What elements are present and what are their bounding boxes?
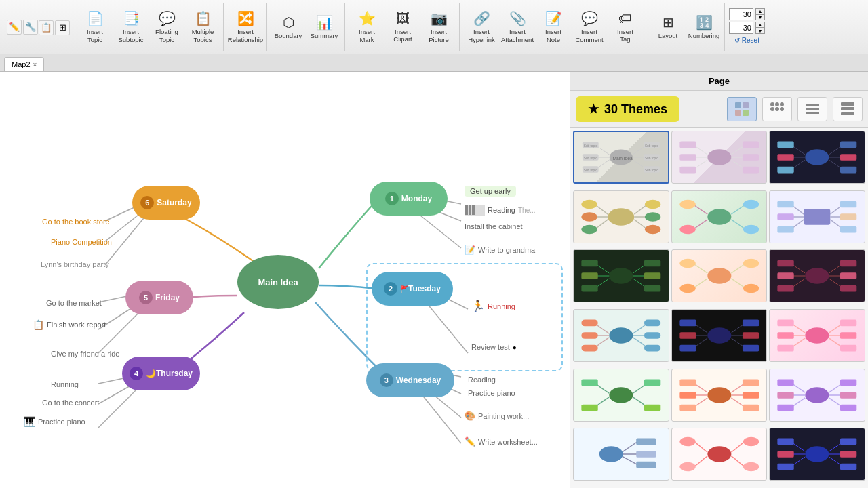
topic-finish-work[interactable]: 📋 Finish work report <box>33 319 106 330</box>
svg-rect-196 <box>743 392 759 399</box>
num-up-1[interactable]: ▲ <box>755 8 765 14</box>
layout-button[interactable]: ⊞ Layout <box>650 6 686 48</box>
svg-point-136 <box>679 284 695 293</box>
saturday-node[interactable]: 6 Saturday <box>132 186 200 220</box>
svg-rect-182 <box>778 345 794 352</box>
themes-button[interactable]: ★ 30 Themes <box>576 96 679 122</box>
theme-thumb-16[interactable] <box>573 428 669 481</box>
num-input-2[interactable] <box>729 22 753 34</box>
topic-write-grandma: 📝 Write to grandma <box>465 245 535 255</box>
tag-button[interactable]: 🏷 InsertTag <box>608 6 643 48</box>
numbering-button[interactable]: 🔢 Numbering <box>686 6 722 48</box>
theme-thumb-15[interactable] <box>769 369 865 422</box>
note-button[interactable]: 📝 InsertNote <box>536 6 571 48</box>
theme-14-preview <box>672 369 767 421</box>
svg-rect-127 <box>581 285 597 292</box>
svg-rect-61 <box>743 142 759 148</box>
toolbar: ✏️ 🔧 📋 ⊞ 📄 InsertTopic 📑 InsertSubtopic … <box>0 0 868 54</box>
theme-thumb-7[interactable] <box>573 249 669 302</box>
num-down-1[interactable]: ▼ <box>755 14 765 20</box>
multiple-topics-icon: 📋 <box>195 10 212 26</box>
thursday-node[interactable]: 4 🌙 Thursday <box>122 357 200 390</box>
panel-layout-btn-3[interactable] <box>797 97 827 121</box>
svg-rect-123 <box>644 272 660 279</box>
theme-thumb-10[interactable] <box>573 309 669 362</box>
insert-topic-button[interactable]: 📄 InsertTopic <box>77 6 113 48</box>
insert-topic-label: InsertTopic <box>87 28 103 43</box>
reset-button[interactable]: ↺ Reset <box>729 35 765 45</box>
insert-mark-button[interactable]: ⭐ InsertMark <box>349 6 384 48</box>
svg-rect-211 <box>778 379 794 386</box>
svg-rect-187 <box>581 404 597 411</box>
theme-thumb-1[interactable]: Main Idea Sub topic Sub topic Sub topic … <box>573 131 669 184</box>
quick-icon-4[interactable]: ⊞ <box>55 20 70 35</box>
saturday-label: Saturday <box>157 198 191 207</box>
svg-rect-126 <box>581 272 597 279</box>
theme-thumb-11[interactable] <box>671 309 768 362</box>
svg-rect-185 <box>644 404 660 411</box>
theme-thumb-17[interactable] <box>671 428 768 481</box>
svg-point-134 <box>743 284 759 293</box>
theme-16-preview <box>574 428 669 480</box>
summary-button[interactable]: 📊 Summary <box>307 6 342 48</box>
theme-thumb-5[interactable] <box>671 190 768 243</box>
quick-icon-3[interactable]: 📋 <box>39 20 54 35</box>
svg-rect-75 <box>840 154 856 161</box>
friday-node[interactable]: 5 Friday <box>125 281 193 314</box>
monday-node[interactable]: 1 Monday <box>370 182 448 216</box>
theme-9-preview <box>770 250 865 302</box>
theme-thumb-2[interactable] <box>671 131 768 184</box>
write-icon: 📝 <box>465 245 475 255</box>
svg-rect-77 <box>778 142 794 148</box>
topic-get-up[interactable]: Get up early <box>465 186 516 197</box>
theme-thumb-9[interactable] <box>769 249 865 302</box>
floating-topic-label: FloatingTopic <box>155 28 178 43</box>
map2-tab[interactable]: Map2 × <box>4 57 44 71</box>
attachment-button[interactable]: 📎 InsertAttachment <box>500 6 535 48</box>
insert-relationship-button[interactable]: 🔀 InsertRelationship <box>228 6 263 48</box>
tuesday-node[interactable]: 2 🚩 Tuesday <box>372 272 453 306</box>
theme-thumb-3[interactable] <box>769 131 865 184</box>
theme-thumb-4[interactable] <box>573 190 669 243</box>
boundary-button[interactable]: ⬡ Boundary <box>271 6 306 48</box>
wednesday-node[interactable]: 3 Wednesday <box>366 363 454 397</box>
floating-topic-button[interactable]: 💬 FloatingTopic <box>149 6 184 48</box>
tab-close-button[interactable]: × <box>33 61 37 68</box>
svg-text:Sub topic: Sub topic <box>584 169 597 172</box>
num-up-2[interactable]: ▲ <box>755 22 765 28</box>
hyperlink-button[interactable]: 🔗 InsertHyperlink <box>464 6 499 48</box>
svg-rect-112 <box>778 201 794 207</box>
theme-thumb-18[interactable] <box>769 428 865 481</box>
theme-thumb-8[interactable] <box>671 249 768 302</box>
panel-layout-btn-4[interactable] <box>833 97 863 121</box>
main-idea-node[interactable]: Main Idea <box>237 255 319 309</box>
theme-thumb-14[interactable] <box>671 369 768 422</box>
panel-layout-btn-2[interactable] <box>762 97 792 121</box>
svg-rect-109 <box>840 201 856 207</box>
theme-17-preview <box>672 428 767 480</box>
wednesday-label: Wednesday <box>396 375 441 385</box>
quick-icon-1[interactable]: ✏️ <box>7 20 22 35</box>
quick-icon-2[interactable]: 🔧 <box>23 20 38 35</box>
svg-point-22 <box>770 102 774 106</box>
num-input-1[interactable] <box>729 8 753 20</box>
comment-button[interactable]: 💬 InsertComment <box>572 6 607 48</box>
multiple-topics-button[interactable]: 📋 MultipleTopics <box>185 6 220 48</box>
insert-clipart-button[interactable]: 🖼 InsertClipart <box>385 6 420 48</box>
mind-map-canvas[interactable]: Main Idea 6 Saturday 5 Friday 4 🌙 Thursd… <box>0 72 570 488</box>
svg-rect-152 <box>644 332 660 339</box>
theme-thumb-12[interactable] <box>769 309 865 362</box>
painting-label: Painting work... <box>478 412 529 420</box>
wednesday-num: 3 <box>380 373 393 387</box>
num-down-2[interactable]: ▼ <box>755 28 765 34</box>
svg-point-93 <box>707 209 731 224</box>
theme-thumb-13[interactable] <box>573 369 669 422</box>
theme-thumb-6[interactable] <box>769 190 865 243</box>
svg-rect-147 <box>778 260 794 267</box>
svg-rect-114 <box>778 226 794 232</box>
panel-layout-btn-1[interactable] <box>727 97 757 121</box>
insert-picture-button[interactable]: 📷 InsertPicture <box>421 6 456 48</box>
num-spin-1: ▲ ▼ <box>755 8 765 20</box>
svg-rect-219 <box>636 451 656 458</box>
insert-subtopic-button[interactable]: 📑 InsertSubtopic <box>113 6 149 48</box>
